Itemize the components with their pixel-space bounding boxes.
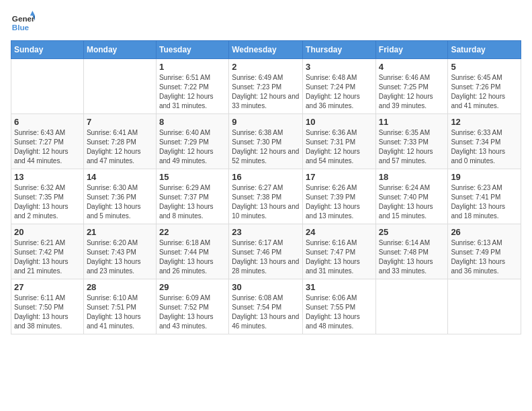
day-number: 15	[159, 172, 226, 182]
calendar-week-5: 27Sunrise: 6:11 AM Sunset: 7:50 PM Dayli…	[11, 279, 521, 334]
calendar-cell: 11Sunrise: 6:35 AM Sunset: 7:33 PM Dayli…	[375, 114, 448, 169]
calendar-cell: 30Sunrise: 6:08 AM Sunset: 7:54 PM Dayli…	[229, 279, 303, 334]
logo-icon: General Blue	[11, 11, 35, 35]
day-number: 25	[379, 227, 445, 237]
calendar-week-3: 13Sunrise: 6:32 AM Sunset: 7:35 PM Dayli…	[11, 169, 521, 224]
day-number: 6	[14, 117, 81, 127]
calendar-week-1: 1Sunrise: 6:51 AM Sunset: 7:22 PM Daylig…	[11, 59, 521, 114]
day-number: 29	[159, 282, 226, 292]
svg-marker-2	[30, 11, 35, 15]
day-info: Sunrise: 6:43 AM Sunset: 7:27 PM Dayligh…	[14, 128, 81, 166]
day-info: Sunrise: 6:36 AM Sunset: 7:31 PM Dayligh…	[306, 128, 373, 166]
calendar-cell: 4Sunrise: 6:46 AM Sunset: 7:25 PM Daylig…	[375, 59, 448, 114]
calendar-cell: 20Sunrise: 6:21 AM Sunset: 7:42 PM Dayli…	[11, 224, 84, 279]
day-number: 12	[451, 117, 518, 127]
day-info: Sunrise: 6:24 AM Sunset: 7:40 PM Dayligh…	[379, 183, 445, 221]
day-info: Sunrise: 6:06 AM Sunset: 7:55 PM Dayligh…	[306, 293, 373, 331]
day-number: 9	[232, 117, 300, 127]
calendar-cell: 3Sunrise: 6:48 AM Sunset: 7:24 PM Daylig…	[303, 59, 376, 114]
calendar-cell: 29Sunrise: 6:09 AM Sunset: 7:52 PM Dayli…	[156, 279, 228, 334]
calendar-cell	[375, 279, 448, 334]
day-number: 4	[379, 62, 445, 72]
weekday-header-friday: Friday	[375, 41, 448, 59]
day-number: 21	[87, 227, 153, 237]
day-number: 3	[306, 62, 373, 72]
calendar-header-row: SundayMondayTuesdayWednesdayThursdayFrid…	[11, 41, 521, 59]
day-number: 31	[306, 282, 373, 292]
calendar-cell: 25Sunrise: 6:14 AM Sunset: 7:48 PM Dayli…	[375, 224, 448, 279]
day-info: Sunrise: 6:51 AM Sunset: 7:22 PM Dayligh…	[159, 73, 226, 111]
calendar-cell	[448, 279, 521, 334]
calendar-cell: 22Sunrise: 6:18 AM Sunset: 7:44 PM Dayli…	[156, 224, 228, 279]
calendar-cell: 14Sunrise: 6:30 AM Sunset: 7:36 PM Dayli…	[83, 169, 156, 224]
day-info: Sunrise: 6:13 AM Sunset: 7:49 PM Dayligh…	[451, 238, 518, 276]
day-number: 20	[14, 227, 81, 237]
day-info: Sunrise: 6:10 AM Sunset: 7:51 PM Dayligh…	[87, 293, 153, 331]
weekday-header-monday: Monday	[83, 41, 156, 59]
day-number: 8	[159, 117, 226, 127]
day-info: Sunrise: 6:20 AM Sunset: 7:43 PM Dayligh…	[87, 238, 153, 276]
calendar-table: SundayMondayTuesdayWednesdayThursdayFrid…	[11, 40, 521, 334]
day-number: 22	[159, 227, 226, 237]
calendar-cell: 8Sunrise: 6:40 AM Sunset: 7:29 PM Daylig…	[156, 114, 228, 169]
day-number: 16	[232, 172, 300, 182]
day-number: 26	[451, 227, 518, 237]
weekday-header-saturday: Saturday	[448, 41, 521, 59]
weekday-header-sunday: Sunday	[11, 41, 84, 59]
calendar-cell: 31Sunrise: 6:06 AM Sunset: 7:55 PM Dayli…	[303, 279, 376, 334]
day-number: 30	[232, 282, 300, 292]
calendar-cell: 27Sunrise: 6:11 AM Sunset: 7:50 PM Dayli…	[11, 279, 84, 334]
calendar-cell	[83, 59, 156, 114]
day-number: 13	[14, 172, 81, 182]
day-info: Sunrise: 6:17 AM Sunset: 7:46 PM Dayligh…	[232, 238, 300, 276]
calendar-cell: 13Sunrise: 6:32 AM Sunset: 7:35 PM Dayli…	[11, 169, 84, 224]
day-info: Sunrise: 6:30 AM Sunset: 7:36 PM Dayligh…	[87, 183, 153, 221]
calendar-cell: 19Sunrise: 6:23 AM Sunset: 7:41 PM Dayli…	[448, 169, 521, 224]
calendar-cell: 6Sunrise: 6:43 AM Sunset: 7:27 PM Daylig…	[11, 114, 84, 169]
weekday-header-thursday: Thursday	[303, 41, 376, 59]
calendar-week-2: 6Sunrise: 6:43 AM Sunset: 7:27 PM Daylig…	[11, 114, 521, 169]
calendar-cell: 16Sunrise: 6:27 AM Sunset: 7:38 PM Dayli…	[229, 169, 303, 224]
day-number: 23	[232, 227, 300, 237]
calendar-cell: 5Sunrise: 6:45 AM Sunset: 7:26 PM Daylig…	[448, 59, 521, 114]
weekday-header-tuesday: Tuesday	[156, 41, 228, 59]
day-info: Sunrise: 6:45 AM Sunset: 7:26 PM Dayligh…	[451, 73, 518, 111]
day-info: Sunrise: 6:16 AM Sunset: 7:47 PM Dayligh…	[306, 238, 373, 276]
day-info: Sunrise: 6:46 AM Sunset: 7:25 PM Dayligh…	[379, 73, 445, 111]
calendar-cell: 23Sunrise: 6:17 AM Sunset: 7:46 PM Dayli…	[229, 224, 303, 279]
day-number: 17	[306, 172, 373, 182]
day-number: 27	[14, 282, 81, 292]
day-number: 14	[87, 172, 153, 182]
calendar-cell: 24Sunrise: 6:16 AM Sunset: 7:47 PM Dayli…	[303, 224, 376, 279]
day-info: Sunrise: 6:08 AM Sunset: 7:54 PM Dayligh…	[232, 293, 300, 331]
day-number: 24	[306, 227, 373, 237]
day-number: 11	[379, 117, 445, 127]
calendar-cell: 2Sunrise: 6:49 AM Sunset: 7:23 PM Daylig…	[229, 59, 303, 114]
calendar-cell: 17Sunrise: 6:26 AM Sunset: 7:39 PM Dayli…	[303, 169, 376, 224]
day-info: Sunrise: 6:11 AM Sunset: 7:50 PM Dayligh…	[14, 293, 81, 331]
calendar-cell: 15Sunrise: 6:29 AM Sunset: 7:37 PM Dayli…	[156, 169, 228, 224]
day-info: Sunrise: 6:35 AM Sunset: 7:33 PM Dayligh…	[379, 128, 445, 166]
day-info: Sunrise: 6:32 AM Sunset: 7:35 PM Dayligh…	[14, 183, 81, 221]
calendar-cell	[11, 59, 84, 114]
day-info: Sunrise: 6:41 AM Sunset: 7:28 PM Dayligh…	[87, 128, 153, 166]
calendar-cell: 18Sunrise: 6:24 AM Sunset: 7:40 PM Dayli…	[375, 169, 448, 224]
svg-text:Blue: Blue	[12, 23, 30, 32]
calendar-cell: 1Sunrise: 6:51 AM Sunset: 7:22 PM Daylig…	[156, 59, 228, 114]
calendar-cell: 7Sunrise: 6:41 AM Sunset: 7:28 PM Daylig…	[83, 114, 156, 169]
calendar-week-4: 20Sunrise: 6:21 AM Sunset: 7:42 PM Dayli…	[11, 224, 521, 279]
day-info: Sunrise: 6:27 AM Sunset: 7:38 PM Dayligh…	[232, 183, 300, 221]
day-info: Sunrise: 6:26 AM Sunset: 7:39 PM Dayligh…	[306, 183, 373, 221]
logo: General Blue	[11, 11, 35, 35]
page-header: General Blue	[11, 11, 521, 35]
day-info: Sunrise: 6:23 AM Sunset: 7:41 PM Dayligh…	[451, 183, 518, 221]
day-number: 19	[451, 172, 518, 182]
day-info: Sunrise: 6:18 AM Sunset: 7:44 PM Dayligh…	[159, 238, 226, 276]
day-number: 28	[87, 282, 153, 292]
day-info: Sunrise: 6:14 AM Sunset: 7:48 PM Dayligh…	[379, 238, 445, 276]
day-info: Sunrise: 6:33 AM Sunset: 7:34 PM Dayligh…	[451, 128, 518, 166]
day-number: 18	[379, 172, 445, 182]
day-number: 5	[451, 62, 518, 72]
day-number: 1	[159, 62, 226, 72]
day-number: 2	[232, 62, 300, 72]
